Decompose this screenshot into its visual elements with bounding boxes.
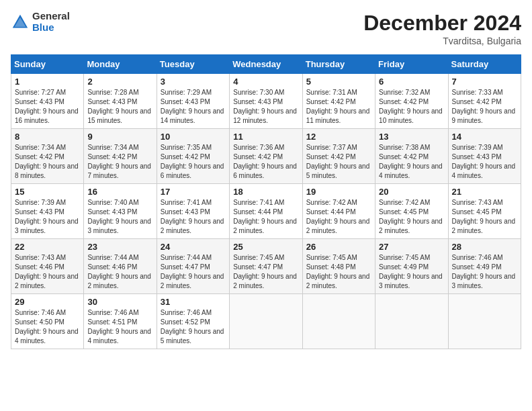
day-number: 29 bbox=[15, 297, 80, 307]
calendar-cell: 3 Sunrise: 7:29 AMSunset: 4:43 PMDayligh… bbox=[157, 74, 229, 129]
logo-general-text: General bbox=[32, 11, 70, 22]
calendar-cell: 11 Sunrise: 7:36 AMSunset: 4:42 PMDaylig… bbox=[230, 129, 302, 184]
day-number: 26 bbox=[306, 242, 371, 252]
location: Tvarditsa, Bulgaria bbox=[363, 36, 521, 46]
header-tuesday: Tuesday bbox=[157, 55, 229, 74]
calendar-week-1: 1 Sunrise: 7:27 AMSunset: 4:43 PMDayligh… bbox=[11, 74, 521, 129]
calendar-cell bbox=[448, 294, 521, 349]
day-info: Sunrise: 7:40 AMSunset: 4:43 PMDaylight:… bbox=[87, 198, 152, 236]
calendar: SundayMondayTuesdayWednesdayThursdayFrid… bbox=[11, 54, 521, 349]
day-info: Sunrise: 7:46 AMSunset: 4:51 PMDaylight:… bbox=[87, 308, 152, 346]
day-number: 4 bbox=[233, 77, 298, 87]
calendar-cell: 24 Sunrise: 7:44 AMSunset: 4:47 PMDaylig… bbox=[157, 239, 229, 294]
calendar-cell: 12 Sunrise: 7:37 AMSunset: 4:42 PMDaylig… bbox=[302, 129, 375, 184]
calendar-cell: 15 Sunrise: 7:39 AMSunset: 4:43 PMDaylig… bbox=[11, 184, 84, 239]
day-info: Sunrise: 7:39 AMSunset: 4:43 PMDaylight:… bbox=[15, 198, 80, 236]
day-number: 31 bbox=[161, 297, 226, 307]
calendar-week-3: 15 Sunrise: 7:39 AMSunset: 4:43 PMDaylig… bbox=[11, 184, 521, 239]
calendar-cell: 21 Sunrise: 7:43 AMSunset: 4:45 PMDaylig… bbox=[448, 184, 521, 239]
day-info: Sunrise: 7:35 AMSunset: 4:42 PMDaylight:… bbox=[161, 143, 226, 181]
day-info: Sunrise: 7:34 AMSunset: 4:42 PMDaylight:… bbox=[15, 143, 80, 181]
day-number: 16 bbox=[87, 187, 152, 197]
calendar-cell: 28 Sunrise: 7:46 AMSunset: 4:49 PMDaylig… bbox=[448, 239, 521, 294]
calendar-cell: 17 Sunrise: 7:41 AMSunset: 4:43 PMDaylig… bbox=[157, 184, 229, 239]
calendar-cell: 5 Sunrise: 7:31 AMSunset: 4:42 PMDayligh… bbox=[302, 74, 375, 129]
day-info: Sunrise: 7:43 AMSunset: 4:45 PMDaylight:… bbox=[452, 198, 517, 236]
day-number: 2 bbox=[87, 77, 152, 87]
day-info: Sunrise: 7:41 AMSunset: 4:43 PMDaylight:… bbox=[161, 198, 226, 236]
calendar-cell: 7 Sunrise: 7:33 AMSunset: 4:42 PMDayligh… bbox=[448, 74, 521, 129]
logo: General Blue bbox=[11, 11, 70, 33]
calendar-cell bbox=[375, 294, 448, 349]
calendar-cell: 10 Sunrise: 7:35 AMSunset: 4:42 PMDaylig… bbox=[157, 129, 229, 184]
day-number: 10 bbox=[161, 132, 226, 142]
day-info: Sunrise: 7:41 AMSunset: 4:44 PMDaylight:… bbox=[233, 198, 298, 236]
calendar-cell: 2 Sunrise: 7:28 AMSunset: 4:43 PMDayligh… bbox=[84, 74, 157, 129]
day-number: 23 bbox=[87, 242, 152, 252]
day-number: 3 bbox=[161, 77, 226, 87]
day-info: Sunrise: 7:37 AMSunset: 4:42 PMDaylight:… bbox=[306, 143, 371, 181]
day-number: 13 bbox=[379, 132, 444, 142]
day-number: 9 bbox=[87, 132, 152, 142]
day-info: Sunrise: 7:31 AMSunset: 4:42 PMDaylight:… bbox=[306, 88, 371, 126]
header-saturday: Saturday bbox=[448, 55, 521, 74]
calendar-cell: 20 Sunrise: 7:42 AMSunset: 4:45 PMDaylig… bbox=[375, 184, 448, 239]
day-number: 1 bbox=[15, 77, 80, 87]
calendar-cell: 19 Sunrise: 7:42 AMSunset: 4:44 PMDaylig… bbox=[302, 184, 375, 239]
calendar-cell bbox=[230, 294, 302, 349]
calendar-cell bbox=[302, 294, 375, 349]
day-number: 19 bbox=[306, 187, 371, 197]
day-info: Sunrise: 7:46 AMSunset: 4:50 PMDaylight:… bbox=[15, 308, 80, 346]
logo-text: General Blue bbox=[32, 11, 70, 33]
day-info: Sunrise: 7:30 AMSunset: 4:43 PMDaylight:… bbox=[233, 88, 298, 126]
calendar-cell: 8 Sunrise: 7:34 AMSunset: 4:42 PMDayligh… bbox=[11, 129, 84, 184]
day-number: 15 bbox=[15, 187, 80, 197]
day-number: 30 bbox=[87, 297, 152, 307]
day-number: 28 bbox=[452, 242, 517, 252]
day-info: Sunrise: 7:38 AMSunset: 4:42 PMDaylight:… bbox=[379, 143, 444, 181]
day-number: 25 bbox=[233, 242, 298, 252]
day-number: 18 bbox=[233, 187, 298, 197]
day-number: 20 bbox=[379, 187, 444, 197]
day-number: 7 bbox=[452, 77, 517, 87]
day-info: Sunrise: 7:34 AMSunset: 4:42 PMDaylight:… bbox=[87, 143, 152, 181]
title-area: December 2024 Tvarditsa, Bulgaria bbox=[363, 11, 521, 46]
day-number: 12 bbox=[306, 132, 371, 142]
header-wednesday: Wednesday bbox=[230, 55, 302, 74]
day-number: 11 bbox=[233, 132, 298, 142]
calendar-cell: 29 Sunrise: 7:46 AMSunset: 4:50 PMDaylig… bbox=[11, 294, 84, 349]
day-info: Sunrise: 7:46 AMSunset: 4:49 PMDaylight:… bbox=[452, 253, 517, 291]
logo-icon bbox=[11, 13, 30, 32]
header-friday: Friday bbox=[375, 55, 448, 74]
day-info: Sunrise: 7:42 AMSunset: 4:45 PMDaylight:… bbox=[379, 198, 444, 236]
day-info: Sunrise: 7:32 AMSunset: 4:42 PMDaylight:… bbox=[379, 88, 444, 126]
day-number: 27 bbox=[379, 242, 444, 252]
calendar-cell: 9 Sunrise: 7:34 AMSunset: 4:42 PMDayligh… bbox=[84, 129, 157, 184]
day-info: Sunrise: 7:29 AMSunset: 4:43 PMDaylight:… bbox=[161, 88, 226, 126]
calendar-cell: 6 Sunrise: 7:32 AMSunset: 4:42 PMDayligh… bbox=[375, 74, 448, 129]
calendar-cell: 18 Sunrise: 7:41 AMSunset: 4:44 PMDaylig… bbox=[230, 184, 302, 239]
day-info: Sunrise: 7:44 AMSunset: 4:46 PMDaylight:… bbox=[87, 253, 152, 291]
header: General Blue December 2024 Tvarditsa, Bu… bbox=[11, 11, 521, 46]
calendar-cell: 26 Sunrise: 7:45 AMSunset: 4:48 PMDaylig… bbox=[302, 239, 375, 294]
header-thursday: Thursday bbox=[302, 55, 375, 74]
day-number: 14 bbox=[452, 132, 517, 142]
day-number: 21 bbox=[452, 187, 517, 197]
day-info: Sunrise: 7:27 AMSunset: 4:43 PMDaylight:… bbox=[15, 88, 80, 126]
day-number: 24 bbox=[161, 242, 226, 252]
day-info: Sunrise: 7:46 AMSunset: 4:52 PMDaylight:… bbox=[161, 308, 226, 346]
day-info: Sunrise: 7:39 AMSunset: 4:43 PMDaylight:… bbox=[452, 143, 517, 181]
day-number: 22 bbox=[15, 242, 80, 252]
calendar-cell: 13 Sunrise: 7:38 AMSunset: 4:42 PMDaylig… bbox=[375, 129, 448, 184]
day-info: Sunrise: 7:43 AMSunset: 4:46 PMDaylight:… bbox=[15, 253, 80, 291]
day-info: Sunrise: 7:44 AMSunset: 4:47 PMDaylight:… bbox=[161, 253, 226, 291]
calendar-week-2: 8 Sunrise: 7:34 AMSunset: 4:42 PMDayligh… bbox=[11, 129, 521, 184]
day-info: Sunrise: 7:45 AMSunset: 4:48 PMDaylight:… bbox=[306, 253, 371, 291]
header-monday: Monday bbox=[84, 55, 157, 74]
day-info: Sunrise: 7:45 AMSunset: 4:49 PMDaylight:… bbox=[379, 253, 444, 291]
header-sunday: Sunday bbox=[11, 55, 84, 74]
calendar-cell: 16 Sunrise: 7:40 AMSunset: 4:43 PMDaylig… bbox=[84, 184, 157, 239]
day-info: Sunrise: 7:28 AMSunset: 4:43 PMDaylight:… bbox=[87, 88, 152, 126]
calendar-cell: 23 Sunrise: 7:44 AMSunset: 4:46 PMDaylig… bbox=[84, 239, 157, 294]
calendar-week-5: 29 Sunrise: 7:46 AMSunset: 4:50 PMDaylig… bbox=[11, 294, 521, 349]
